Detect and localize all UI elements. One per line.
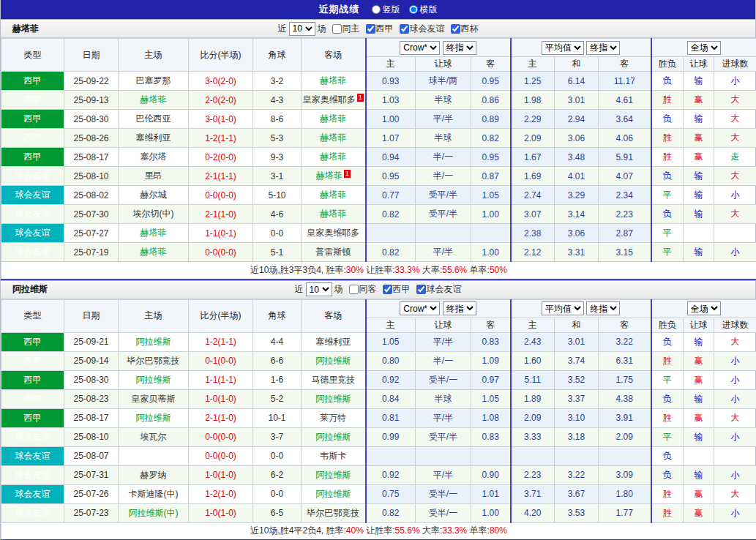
filter-same-home[interactable]: 同主 (332, 23, 360, 35)
home-team[interactable]: 巴塞罗那 (119, 72, 189, 91)
home-team[interactable]: 阿拉维斯(中) (119, 503, 189, 522)
same-home-checkbox[interactable] (332, 24, 342, 34)
away-team[interactable]: 阿拉维斯 (302, 389, 366, 408)
avg-time-select[interactable]: 终指 (586, 41, 620, 55)
horizontal-radio[interactable] (409, 5, 418, 14)
odds-source-select[interactable]: Crow* (400, 301, 440, 315)
avg-home-odds: 2.09 (511, 408, 555, 427)
away-team[interactable]: 赫塔菲1 (302, 167, 366, 186)
away-team[interactable]: 塞维利亚 (302, 332, 366, 351)
away-team[interactable]: 赫塔菲 (302, 205, 366, 224)
col-avg-draw: 和 (555, 318, 599, 332)
away-team[interactable]: 赫塔菲 (302, 129, 366, 148)
layout-vertical-option[interactable]: 竖版 (372, 4, 400, 16)
vertical-radio-label: 竖版 (383, 4, 400, 16)
away-team[interactable]: 皇家奥维耶多 (302, 224, 366, 243)
home-team[interactable]: 赫塔菲 (119, 91, 189, 110)
result-goals: 小 (714, 72, 756, 91)
title-bar: 近期战绩 竖版 横版 (1, 0, 755, 19)
vertical-radio[interactable] (372, 5, 381, 14)
away-team[interactable]: 阿拉维斯 (302, 465, 366, 484)
odds-time-select[interactable]: 终指 (443, 41, 476, 55)
result-goals: 大 (714, 129, 756, 148)
home-team[interactable]: 阿拉维斯 (119, 332, 189, 351)
same-away-checkbox[interactable] (349, 285, 359, 294)
filter-same-away[interactable]: 同客 (349, 283, 377, 296)
away-team[interactable]: 阿拉维斯 (302, 351, 366, 370)
handicap-home-odds: 0.92 (366, 370, 416, 389)
home-team[interactable]: 赫塔菲 (119, 243, 189, 262)
match-count-select[interactable]: 10 (289, 22, 315, 36)
home-team[interactable]: 埃瓦尔 (119, 427, 189, 446)
avg-away-odds: 2.34 (599, 186, 651, 205)
filter-friendly[interactable]: 球会友谊 (416, 283, 462, 296)
away-team[interactable]: 皇家奥维耶多1 (302, 91, 366, 110)
avg-time-select[interactable]: 终指 (586, 301, 620, 315)
away-team[interactable]: 韦斯卡 (302, 446, 366, 465)
home-team[interactable]: 埃尔切(中) (119, 205, 189, 224)
friendly-checkbox[interactable] (400, 24, 409, 34)
friendly-checkbox[interactable] (416, 285, 426, 294)
avg-home-odds: 3.07 (511, 205, 555, 224)
result-handicap: 输 (684, 72, 714, 91)
avg-away-odds: 3.91 (599, 408, 651, 427)
filter-friendly[interactable]: 球会友谊 (400, 23, 445, 35)
scope-select[interactable]: 全场 (687, 41, 721, 55)
recent-results-page: 近期战绩 竖版 横版 赫塔菲 近 10 场 同主 西甲 球会友谊 西杯 (0, 0, 756, 540)
col-away: 客场 (302, 39, 366, 72)
league-cell: 球会友谊 (1, 465, 64, 484)
filter-laliga[interactable]: 西甲 (366, 23, 394, 35)
avg-source-select[interactable]: 平均值 (542, 41, 584, 55)
filter-laliga[interactable]: 西甲 (383, 283, 411, 296)
laliga-checkbox[interactable] (383, 285, 392, 294)
away-team[interactable]: 马德里竞技 (302, 370, 366, 389)
away-team[interactable]: 赫塔菲 (302, 148, 366, 167)
home-team[interactable]: 赫塔菲 (119, 224, 189, 243)
layout-horizontal-option[interactable]: 横版 (409, 4, 438, 16)
handicap-home-odds: 0.77 (366, 186, 416, 205)
odds-source-select[interactable]: Crow* (400, 41, 440, 55)
home-team[interactable]: 毕尔巴鄂竞技 (119, 351, 189, 370)
home-team[interactable]: 里昂 (119, 167, 189, 186)
league-cell: 西甲 (1, 91, 64, 110)
away-team[interactable]: 毕尔巴鄂竞技 (302, 503, 366, 522)
home-team[interactable]: 塞尔塔 (119, 148, 189, 167)
home-team[interactable]: 塞维利亚 (119, 129, 189, 148)
home-team[interactable]: 赫罗纳 (119, 465, 189, 484)
away-team[interactable]: 阿拉维斯 (302, 484, 366, 503)
home-team[interactable]: 赫尔城 (119, 186, 189, 205)
away-team[interactable]: 普雷斯顿 (302, 243, 366, 262)
match-row: 球会友谊25-07-23阿拉维斯(中)1-0(1-0)6-5毕尔巴鄂竞技0.82… (1, 503, 756, 522)
home-team[interactable]: 阿拉维斯 (119, 370, 189, 389)
score-cell: 0-0(0-0) (189, 243, 253, 262)
away-team[interactable]: 赫塔菲 (302, 72, 366, 91)
filter-copa[interactable]: 西杯 (451, 23, 479, 35)
odds-time-select[interactable]: 终指 (443, 301, 476, 315)
result-group: 全场 (651, 39, 756, 57)
laliga-checkbox[interactable] (366, 24, 375, 34)
result-handicap: 输 (684, 427, 714, 446)
handicap-line: 受半/一 (416, 370, 471, 389)
avg-away-odds: 3.15 (599, 243, 651, 262)
home-team[interactable]: 皇家贝蒂斯 (119, 389, 189, 408)
away-team[interactable]: 莱万特 (302, 408, 366, 427)
away-team[interactable]: 赫塔菲 (302, 110, 366, 129)
league-cell: 西甲 (1, 110, 64, 129)
score-cell: 0-0(0-0) (189, 446, 253, 465)
match-row: 西甲25-08-30巴伦西亚3-0(1-0)8-6赫塔菲1.00平/半0.892… (1, 110, 756, 129)
avg-away-odds: 1.75 (599, 370, 651, 389)
summary-handicap-label: 让胜率: (364, 265, 395, 275)
match-count-select[interactable]: 10 (306, 282, 332, 296)
away-team[interactable]: 阿拉维斯 (302, 427, 366, 446)
away-team[interactable]: 赫塔菲 (302, 186, 366, 205)
avg-source-select[interactable]: 平均值 (542, 301, 584, 315)
match-row: 球会友谊25-07-27赫塔菲1-1(0-1)0-0皇家奥维耶多2.383.06… (1, 224, 756, 243)
col-type: 类型 (1, 299, 64, 332)
scope-select[interactable]: 全场 (687, 301, 721, 315)
handicap-home-odds: 0.81 (366, 408, 416, 427)
home-team[interactable]: 巴伦西亚 (119, 110, 189, 129)
result-winloss: 胜 (651, 484, 684, 503)
home-team[interactable]: 卡斯迪隆(中) (119, 484, 189, 503)
copa-checkbox[interactable] (451, 24, 460, 34)
home-team[interactable]: 阿拉维斯 (119, 408, 189, 427)
